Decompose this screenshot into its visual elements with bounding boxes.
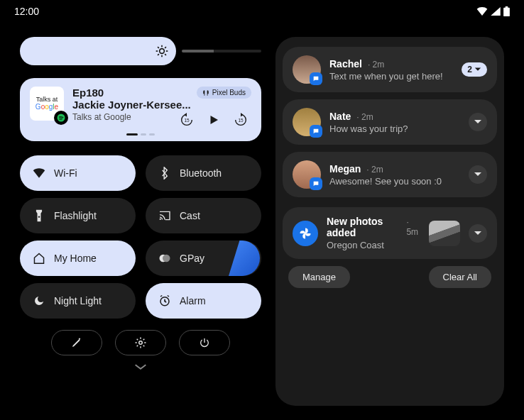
qs-tile-bluetooth[interactable]: Bluetooth [146, 155, 261, 191]
qs-tile-flashlight[interactable]: Flashlight [20, 198, 136, 233]
cast-icon [158, 209, 171, 222]
alarm-icon [158, 294, 171, 307]
notifications-panel: Rachel 2m Text me when you get here! 2 N… [275, 37, 504, 406]
svg-point-9 [58, 114, 65, 122]
svg-point-13 [160, 219, 161, 220]
brightness-icon [155, 44, 169, 58]
flashlight-icon [33, 209, 45, 222]
device-label: Pixel Buds [212, 89, 246, 96]
album-google-logo: Google [36, 103, 58, 111]
qs-tile-cast[interactable]: Cast [146, 198, 261, 233]
moon-icon [33, 294, 45, 307]
chevron-down-icon [474, 67, 481, 72]
avatar [293, 55, 321, 84]
play-icon[interactable] [207, 114, 220, 126]
clear-all-button[interactable]: Clear All [429, 266, 491, 288]
brightness-track[interactable] [182, 50, 261, 52]
media-title: Ep180 [72, 87, 104, 99]
notif-sender: Nate [329, 111, 351, 122]
power-button[interactable] [179, 330, 230, 355]
notif-sender: Rachel [329, 58, 362, 70]
photos-app-icon [293, 221, 318, 246]
notification-actions: Manage Clear All [283, 266, 497, 288]
count-value: 2 [467, 65, 472, 74]
spotify-icon [54, 111, 68, 125]
status-bar: 12:00 [0, 0, 524, 23]
qs-label: GPay [180, 253, 204, 264]
home-icon [33, 252, 45, 265]
qs-tile-gpay[interactable]: GPay [146, 241, 261, 276]
wifi-icon [476, 7, 488, 16]
messages-app-icon [310, 72, 322, 85]
bluetooth-icon [158, 167, 171, 179]
notif-subtitle: Oregon Coast [327, 240, 420, 250]
qs-label: Night Light [54, 295, 102, 306]
manage-button[interactable]: Manage [288, 266, 350, 288]
brightness-row [20, 37, 261, 65]
notif-time: 2m [366, 165, 383, 175]
qs-label: Cast [180, 210, 200, 221]
notification-item-photos[interactable]: New photos added 5m Oregon Coast [283, 207, 497, 259]
output-device-chip[interactable]: Pixel Buds [197, 87, 251, 99]
edit-button[interactable] [51, 330, 102, 355]
chevron-down-icon [133, 363, 148, 371]
notif-message: How was your trip? [329, 123, 460, 134]
svg-line-7 [158, 54, 159, 55]
svg-text:15: 15 [184, 118, 190, 123]
notif-title: New photos added [327, 216, 400, 238]
svg-line-5 [158, 47, 159, 48]
photo-thumbnail [429, 221, 460, 246]
quick-settings-panel: Talks at Google Ep180 Pixel Buds Jackie … [20, 37, 261, 406]
svg-point-12 [38, 216, 40, 217]
expand-handle[interactable] [20, 363, 261, 371]
chevron-down-icon [474, 231, 482, 236]
earbuds-icon [202, 89, 209, 96]
svg-line-6 [165, 54, 166, 55]
notif-message: Text me when you get here! [329, 71, 453, 82]
expand-button[interactable] [469, 165, 487, 184]
pencil-icon [71, 337, 82, 348]
rewind-15-icon[interactable]: 15 [179, 112, 195, 128]
signal-icon [491, 7, 501, 16]
svg-text:15: 15 [238, 118, 244, 123]
notif-sender: Megan [329, 163, 361, 175]
brightness-slider[interactable] [20, 37, 176, 65]
album-art: Talks at Google [30, 87, 64, 121]
clock: 12:00 [14, 6, 39, 17]
messages-app-icon [310, 125, 322, 138]
qs-label: Bluetooth [180, 167, 222, 179]
gpay-icon [158, 252, 171, 265]
qs-tile-nightlight[interactable]: Night Light [20, 283, 136, 319]
media-pager-dots[interactable] [30, 133, 251, 136]
forward-15-icon[interactable]: 15 [233, 112, 249, 128]
chevron-down-icon [474, 119, 482, 125]
notif-time: 2m [356, 112, 373, 122]
qs-label: Flashlight [54, 210, 97, 221]
status-icons [476, 6, 510, 16]
svg-point-15 [163, 255, 170, 262]
notification-item[interactable]: Megan 2m Awesome! See you soon :0 [283, 152, 497, 197]
messages-app-icon [310, 177, 322, 190]
notification-item[interactable]: Nate 2m How was your trip? [283, 99, 497, 145]
album-text: Talks at [36, 96, 58, 104]
gear-icon [134, 336, 147, 349]
notification-item[interactable]: Rachel 2m Text me when you get here! 2 [283, 47, 497, 92]
quick-settings-grid: Wi-Fi Bluetooth Flashlight Cast My Home … [20, 155, 261, 319]
qs-tile-alarm[interactable]: Alarm [146, 283, 261, 319]
notif-message: Awesome! See you soon :0 [329, 176, 460, 187]
gpay-card-art [229, 241, 260, 276]
media-artist: Jackie Joyner-Kersee... [72, 99, 251, 111]
qs-tile-myhome[interactable]: My Home [20, 241, 136, 276]
svg-point-0 [160, 49, 165, 54]
battery-icon [503, 6, 510, 16]
chevron-down-icon [474, 172, 482, 177]
avatar [293, 160, 321, 189]
wifi-icon [33, 167, 45, 179]
qs-label: Wi-Fi [54, 167, 77, 179]
notification-count-chip[interactable]: 2 [462, 62, 487, 77]
qs-tile-wifi[interactable]: Wi-Fi [20, 155, 136, 191]
settings-button[interactable] [115, 330, 166, 355]
expand-button[interactable] [469, 113, 487, 131]
media-player-card[interactable]: Talks at Google Ep180 Pixel Buds Jackie … [20, 78, 261, 141]
expand-button[interactable] [469, 224, 487, 243]
